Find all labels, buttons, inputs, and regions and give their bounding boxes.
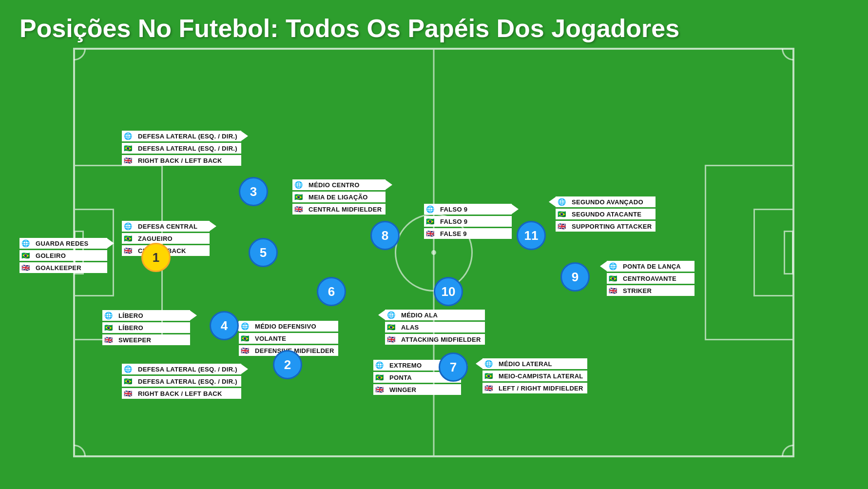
field-container: 1 🌐 GUARDA REDES 🇧🇷 GOLEIRO 🇬🇧 GOALKEEPE… bbox=[15, 48, 853, 467]
label-att-mid: 🌐 MÉDIO ALA 🇧🇷 ALAS 🇬🇧 ATTACKING MIDFIEL… bbox=[385, 310, 485, 345]
label-sweeper: 🌐 LÍBERO 🇧🇷 LÍBERO 🇬🇧 SWEEPER bbox=[102, 310, 190, 345]
label-rb-bot: 🌐 DEFESA LATERAL (ESQ. / DIR.) 🇧🇷 DEFESA… bbox=[122, 364, 241, 399]
label-lr-mid: 🌐 MÉDIO LATERAL 🇧🇷 MEIO-CAMPISTA LATERAL… bbox=[482, 358, 587, 393]
position-5: 5 bbox=[249, 238, 278, 267]
label-rb-top: 🌐 DEFESA LATERAL (ESQ. / DIR.) 🇧🇷 DEFESA… bbox=[122, 131, 241, 166]
page-title: Posições No Futebol: Todos Os Papéis Dos… bbox=[0, 0, 868, 48]
label-second-striker: 🌐 SEGUNDO AVANÇADO 🇧🇷 SEGUNDO ATACANTE 🇬… bbox=[556, 196, 656, 232]
label-striker: 🌐 PONTA DE LANÇA 🇧🇷 CENTROAVANTE 🇬🇧 STRI… bbox=[607, 261, 694, 296]
label-central-mid: 🌐 MÉDIO CENTRO 🇧🇷 MEIA DE LIGAÇÃO 🇬🇧 CEN… bbox=[292, 179, 386, 215]
position-8: 8 bbox=[370, 221, 400, 250]
position-2: 2 bbox=[273, 350, 302, 379]
position-1: 1 bbox=[141, 243, 171, 272]
position-4: 4 bbox=[210, 311, 239, 340]
position-7: 7 bbox=[439, 352, 468, 382]
position-6: 6 bbox=[317, 277, 346, 306]
position-3: 3 bbox=[239, 177, 268, 206]
position-11: 11 bbox=[517, 221, 546, 250]
label-goalkeeper: 🌐 GUARDA REDES 🇧🇷 GOLEIRO 🇬🇧 GOALKEEPER bbox=[19, 238, 107, 273]
position-10: 10 bbox=[434, 277, 463, 306]
position-9: 9 bbox=[560, 262, 590, 292]
label-false9: 🌐 FALSO 9 🇧🇷 FALSO 9 🇬🇧 FALSE 9 bbox=[424, 204, 512, 239]
